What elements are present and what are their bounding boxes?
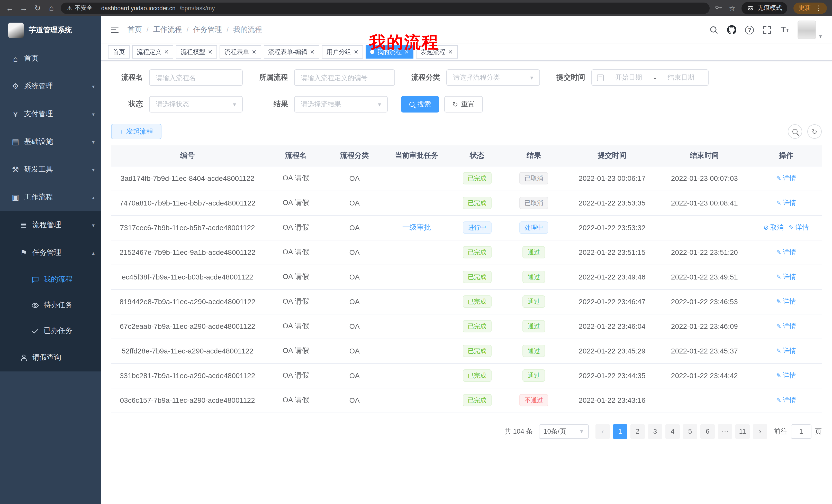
detail-link[interactable]: ✎详情 — [776, 272, 796, 282]
sidebar-item-todo-tasks[interactable]: 待办任务 — [0, 292, 101, 318]
page-button[interactable]: 5 — [683, 424, 697, 439]
font-size-icon[interactable]: TT — [781, 25, 789, 34]
user-menu[interactable]: ▼ — [798, 21, 823, 39]
sidebar-item-leave-query[interactable]: 请假查询 — [0, 344, 101, 371]
edit-icon: ✎ — [776, 397, 781, 404]
cancel-link[interactable]: ⊘取消 — [763, 223, 784, 232]
close-icon[interactable]: ✕ — [164, 49, 169, 55]
tab-process-form[interactable]: 流程表单✕ — [220, 45, 261, 59]
sidebar-item-payment[interactable]: ¥ 支付管理 ▾ — [0, 100, 101, 128]
fullscreen-icon[interactable] — [762, 25, 772, 34]
avatar[interactable] — [798, 21, 816, 39]
sidebar-item-done-tasks[interactable]: 已办任务 — [0, 318, 101, 344]
close-icon[interactable]: ✕ — [310, 49, 314, 55]
close-icon[interactable]: ✕ — [448, 49, 453, 55]
page-ellipsis[interactable]: ··· — [718, 424, 732, 439]
page-button[interactable]: 11 — [735, 424, 750, 439]
process-id: 2152467e-7b9b-11ec-9a1b-acde48001122 — [111, 240, 264, 264]
process-name-input[interactable] — [149, 69, 243, 86]
end-time: 2022-01-22 23:49:51 — [658, 264, 751, 289]
current-task-link[interactable]: 一级审批 — [402, 223, 431, 231]
breadcrumb-item[interactable]: 工作流程 — [153, 25, 189, 34]
sidebar-item-infrastructure[interactable]: ▤ 基础设施 ▾ — [0, 128, 101, 156]
result-tag: 已取消 — [520, 172, 548, 185]
date-range-picker[interactable]: 开始日期 - 结束日期 — [591, 69, 709, 86]
browser-menu-icon[interactable]: ⋮ — [815, 4, 822, 12]
tab-home[interactable]: 首页 — [108, 45, 130, 59]
table-row: 67c2eaab-7b9a-11ec-a290-acde48001122 OA … — [111, 314, 822, 339]
process-category: OA — [328, 240, 381, 264]
next-page-button[interactable]: › — [753, 424, 767, 439]
prev-page-button[interactable]: ‹ — [595, 424, 610, 439]
show-search-button[interactable] — [788, 124, 802, 139]
detail-link[interactable]: ✎详情 — [776, 346, 796, 356]
jump-page-input[interactable] — [791, 424, 811, 439]
detail-link[interactable]: ✎详情 — [776, 396, 796, 405]
page-button[interactable]: 4 — [666, 424, 680, 439]
close-icon[interactable]: ✕ — [208, 49, 212, 55]
password-key-icon[interactable] — [714, 3, 723, 13]
page-size-select[interactable]: 10条/页 ▼ — [539, 424, 589, 439]
page-button[interactable]: 2 — [630, 424, 645, 439]
security-warning[interactable]: ⚠不安全 — [67, 4, 93, 12]
back-icon[interactable]: ← — [5, 4, 15, 12]
process-category: OA — [328, 166, 381, 191]
result-tag: 通过 — [523, 296, 545, 308]
detail-link[interactable]: ✎详情 — [776, 248, 796, 257]
sidebar-item-system[interactable]: ⚙ 系统管理 ▾ — [0, 73, 101, 100]
forward-icon[interactable]: → — [19, 4, 28, 12]
process-definition-input[interactable] — [294, 69, 395, 86]
yen-icon: ¥ — [9, 110, 22, 118]
edit-icon: ✎ — [776, 372, 781, 379]
detail-link[interactable]: ✎详情 — [776, 321, 796, 331]
table-row: ec45f38f-7b9a-11ec-b03b-acde48001122 OA … — [111, 264, 822, 289]
home-icon[interactable]: ⌂ — [47, 4, 56, 12]
update-button[interactable]: 更新 ⋮ — [794, 2, 827, 13]
bookmark-star-icon[interactable]: ☆ — [729, 4, 735, 12]
page-button[interactable]: 1 — [613, 424, 627, 439]
refresh-list-button[interactable]: ↻ — [807, 124, 822, 139]
detail-link[interactable]: ✎详情 — [776, 297, 796, 306]
tab-user-group[interactable]: 用户分组✕ — [322, 45, 363, 59]
category-select[interactable]: 请选择流程分类 ▼ — [446, 69, 540, 86]
search-icon[interactable] — [709, 25, 718, 34]
page-button[interactable]: 3 — [648, 424, 662, 439]
submit-time: 2022-01-22 23:45:29 — [566, 339, 658, 363]
sidebar-item-task-management[interactable]: ⚑ 任务管理 ▴ — [0, 239, 101, 267]
reload-icon[interactable]: ↻ — [33, 3, 42, 12]
help-icon[interactable]: ? — [745, 25, 754, 34]
result-select[interactable]: 请选择流结果 ▼ — [294, 96, 388, 113]
status-cell: 已完成 — [452, 289, 502, 314]
tab-process-model[interactable]: 流程模型✕ — [176, 45, 217, 59]
status-cell: 进行中 — [452, 215, 502, 240]
sidebar-item-devtools[interactable]: ⚒ 研发工具 ▾ — [0, 156, 101, 184]
breadcrumb-item[interactable]: 任务管理 — [193, 25, 229, 34]
sidebar-item-my-process[interactable]: 我的流程 — [0, 267, 101, 292]
start-process-button[interactable]: + 发起流程 — [111, 124, 161, 139]
close-icon[interactable]: ✕ — [354, 49, 358, 55]
search-button[interactable]: 搜索 — [401, 96, 439, 113]
sidebar-item-process-management[interactable]: ≣ 流程管理 ▾ — [0, 211, 101, 239]
sidebar-item-workflow[interactable]: ▣ 工作流程 ▴ — [0, 184, 101, 211]
chevron-down-icon: ▾ — [92, 139, 95, 145]
sidebar-item-home[interactable]: ⌂ 首页 — [0, 45, 101, 73]
chevron-down-icon: ▼ — [529, 75, 534, 80]
detail-link[interactable]: ✎详情 — [776, 198, 796, 207]
reset-button[interactable]: ↻ 重置 — [444, 96, 483, 113]
status-select[interactable]: 请选择状态 ▼ — [149, 96, 243, 113]
page-button[interactable]: 6 — [700, 424, 715, 439]
detail-link[interactable]: ✎详情 — [789, 223, 809, 232]
tab-process-form-edit[interactable]: 流程表单-编辑✕ — [263, 45, 319, 59]
tab-process-definition[interactable]: 流程定义✕ — [132, 45, 173, 59]
end-time: 2022-01-23 00:07:03 — [658, 166, 751, 191]
github-icon[interactable] — [727, 25, 736, 34]
breadcrumb-item: 我的流程 — [233, 25, 262, 34]
sidebar-toggle-icon[interactable] — [110, 25, 119, 34]
close-icon[interactable]: ✕ — [252, 49, 256, 55]
breadcrumb-item[interactable]: 首页 — [128, 25, 149, 34]
address-bar[interactable]: ⚠不安全 dashboard.yudao.iocoder.cn/bpm/task… — [61, 2, 710, 13]
table-row: 331bc281-7b9a-11ec-a290-acde48001122 OA … — [111, 363, 822, 388]
detail-link[interactable]: ✎详情 — [776, 174, 796, 183]
detail-link[interactable]: ✎详情 — [776, 371, 796, 380]
end-time: 2022-01-22 23:44:42 — [658, 363, 751, 388]
